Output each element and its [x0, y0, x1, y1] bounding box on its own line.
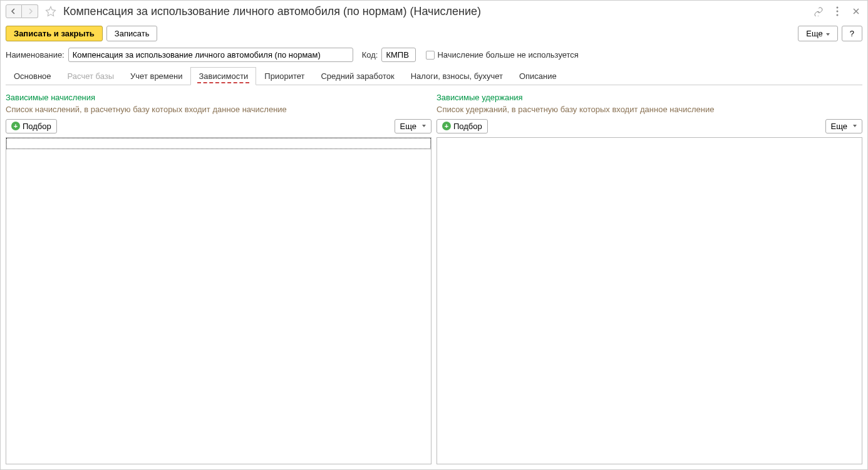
forward-button[interactable]: [22, 4, 38, 18]
titlebar-actions: [812, 5, 862, 18]
tab-base-calc[interactable]: Расчет базы: [59, 67, 123, 85]
close-button[interactable]: [850, 5, 862, 18]
tab-main[interactable]: Основное: [6, 67, 59, 85]
right-panel-title: Зависимые удержания: [437, 90, 862, 105]
left-list[interactable]: [6, 137, 431, 464]
star-icon: [45, 6, 56, 17]
name-label: Наименование:: [6, 50, 65, 60]
tab-priority[interactable]: Приоритет: [256, 67, 313, 85]
dots-vertical-icon: [836, 6, 839, 16]
list-row[interactable]: [6, 138, 431, 149]
back-button[interactable]: [6, 4, 22, 18]
left-panel: Зависимые начисления Список начислений, …: [6, 90, 431, 464]
unused-checkbox[interactable]: [426, 51, 435, 60]
unused-label-text: Начисление больше не используется: [437, 50, 578, 60]
right-list[interactable]: [437, 137, 862, 464]
unused-checkbox-label[interactable]: Начисление больше не используется: [426, 50, 578, 60]
tab-dependencies[interactable]: Зависимости: [190, 67, 256, 85]
right-select-button[interactable]: + Подбор: [437, 119, 488, 133]
svg-point-1: [837, 11, 839, 13]
more-button[interactable]: Еще: [798, 26, 837, 41]
favorite-button[interactable]: [44, 5, 57, 18]
right-panel-toolbar: + Подбор Еще: [437, 119, 862, 137]
save-button[interactable]: Записать: [106, 26, 158, 41]
link-icon: [814, 6, 824, 16]
name-input[interactable]: [68, 48, 353, 62]
window-title: Компенсация за использование личного авт…: [63, 5, 481, 18]
link-button[interactable]: [812, 5, 825, 18]
nav-buttons: [6, 4, 38, 18]
menu-button[interactable]: [831, 5, 844, 18]
svg-point-0: [837, 7, 839, 9]
help-button[interactable]: ?: [842, 26, 862, 41]
content: Зависимые начисления Список начислений, …: [1, 85, 867, 469]
plus-icon: +: [442, 122, 451, 130]
plus-icon: +: [11, 122, 20, 130]
arrow-right-icon: [26, 8, 34, 15]
main-toolbar: Записать и закрыть Записать Еще ?: [1, 22, 867, 45]
right-more-button[interactable]: Еще: [825, 119, 862, 133]
form-row: Наименование: Код: Начисление больше не …: [1, 45, 867, 67]
app-window: Компенсация за использование личного авт…: [0, 0, 868, 470]
tab-time[interactable]: Учет времени: [122, 67, 190, 85]
close-icon: [852, 8, 860, 15]
tab-description[interactable]: Описание: [511, 67, 565, 85]
tab-taxes[interactable]: Налоги, взносы, бухучет: [403, 67, 511, 85]
code-input[interactable]: [381, 48, 416, 62]
left-select-button[interactable]: + Подбор: [6, 119, 57, 133]
left-more-button[interactable]: Еще: [395, 119, 431, 133]
left-panel-toolbar: + Подбор Еще: [6, 119, 431, 137]
tabs: Основное Расчет базы Учет времени Зависи…: [6, 67, 862, 85]
titlebar: Компенсация за использование личного авт…: [1, 1, 867, 22]
toolbar-right: Еще ?: [798, 26, 862, 41]
right-panel: Зависимые удержания Список удержаний, в …: [437, 90, 862, 464]
right-panel-desc: Список удержаний, в расчетную базу котор…: [437, 105, 862, 119]
svg-point-2: [837, 14, 839, 16]
tab-average[interactable]: Средний заработок: [313, 67, 402, 85]
left-panel-title: Зависимые начисления: [6, 90, 431, 105]
tab-underline: [197, 82, 249, 83]
left-panel-desc: Список начислений, в расчетную базу кото…: [6, 105, 431, 119]
code-label: Код:: [362, 50, 378, 60]
save-close-button[interactable]: Записать и закрыть: [6, 26, 103, 41]
arrow-left-icon: [10, 8, 18, 15]
